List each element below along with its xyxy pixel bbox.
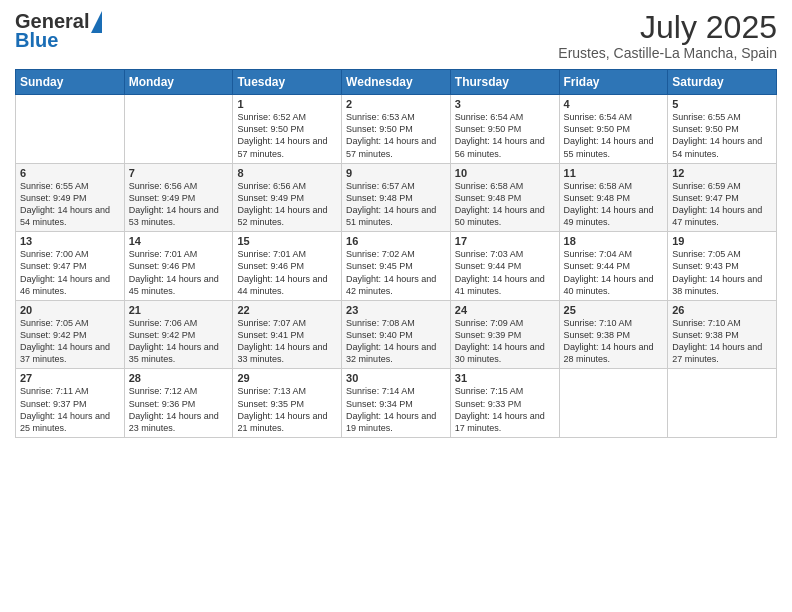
day-info: Sunrise: 7:08 AMSunset: 9:40 PMDaylight:… xyxy=(346,317,446,366)
calendar-cell: 25Sunrise: 7:10 AMSunset: 9:38 PMDayligh… xyxy=(559,300,668,369)
calendar-cell xyxy=(16,95,125,164)
calendar-cell: 15Sunrise: 7:01 AMSunset: 9:46 PMDayligh… xyxy=(233,232,342,301)
day-info: Sunrise: 7:05 AMSunset: 9:42 PMDaylight:… xyxy=(20,317,120,366)
calendar-cell: 28Sunrise: 7:12 AMSunset: 9:36 PMDayligh… xyxy=(124,369,233,438)
day-info: Sunrise: 7:12 AMSunset: 9:36 PMDaylight:… xyxy=(129,385,229,434)
calendar-week-row: 1Sunrise: 6:52 AMSunset: 9:50 PMDaylight… xyxy=(16,95,777,164)
day-number: 28 xyxy=(129,372,229,384)
day-info: Sunrise: 7:02 AMSunset: 9:45 PMDaylight:… xyxy=(346,248,446,297)
day-number: 7 xyxy=(129,167,229,179)
calendar-cell: 2Sunrise: 6:53 AMSunset: 9:50 PMDaylight… xyxy=(342,95,451,164)
calendar-cell: 7Sunrise: 6:56 AMSunset: 9:49 PMDaylight… xyxy=(124,163,233,232)
main-title: July 2025 xyxy=(558,10,777,45)
calendar-cell: 8Sunrise: 6:56 AMSunset: 9:49 PMDaylight… xyxy=(233,163,342,232)
calendar-cell: 5Sunrise: 6:55 AMSunset: 9:50 PMDaylight… xyxy=(668,95,777,164)
day-number: 10 xyxy=(455,167,555,179)
day-info: Sunrise: 7:06 AMSunset: 9:42 PMDaylight:… xyxy=(129,317,229,366)
day-info: Sunrise: 6:59 AMSunset: 9:47 PMDaylight:… xyxy=(672,180,772,229)
day-number: 29 xyxy=(237,372,337,384)
day-info: Sunrise: 6:54 AMSunset: 9:50 PMDaylight:… xyxy=(564,111,664,160)
calendar-cell: 18Sunrise: 7:04 AMSunset: 9:44 PMDayligh… xyxy=(559,232,668,301)
calendar-cell: 30Sunrise: 7:14 AMSunset: 9:34 PMDayligh… xyxy=(342,369,451,438)
day-of-week-header: Friday xyxy=(559,70,668,95)
day-number: 13 xyxy=(20,235,120,247)
day-number: 24 xyxy=(455,304,555,316)
day-info: Sunrise: 6:53 AMSunset: 9:50 PMDaylight:… xyxy=(346,111,446,160)
calendar-cell xyxy=(668,369,777,438)
day-number: 4 xyxy=(564,98,664,110)
calendar-cell: 19Sunrise: 7:05 AMSunset: 9:43 PMDayligh… xyxy=(668,232,777,301)
day-number: 17 xyxy=(455,235,555,247)
calendar-cell: 12Sunrise: 6:59 AMSunset: 9:47 PMDayligh… xyxy=(668,163,777,232)
calendar-week-row: 20Sunrise: 7:05 AMSunset: 9:42 PMDayligh… xyxy=(16,300,777,369)
day-info: Sunrise: 7:01 AMSunset: 9:46 PMDaylight:… xyxy=(237,248,337,297)
day-number: 25 xyxy=(564,304,664,316)
day-info: Sunrise: 7:10 AMSunset: 9:38 PMDaylight:… xyxy=(564,317,664,366)
day-info: Sunrise: 6:55 AMSunset: 9:50 PMDaylight:… xyxy=(672,111,772,160)
day-of-week-header: Monday xyxy=(124,70,233,95)
day-info: Sunrise: 7:07 AMSunset: 9:41 PMDaylight:… xyxy=(237,317,337,366)
day-number: 27 xyxy=(20,372,120,384)
day-info: Sunrise: 7:11 AMSunset: 9:37 PMDaylight:… xyxy=(20,385,120,434)
calendar-cell: 9Sunrise: 6:57 AMSunset: 9:48 PMDaylight… xyxy=(342,163,451,232)
day-info: Sunrise: 7:14 AMSunset: 9:34 PMDaylight:… xyxy=(346,385,446,434)
day-number: 12 xyxy=(672,167,772,179)
day-number: 2 xyxy=(346,98,446,110)
day-info: Sunrise: 6:57 AMSunset: 9:48 PMDaylight:… xyxy=(346,180,446,229)
calendar-cell: 4Sunrise: 6:54 AMSunset: 9:50 PMDaylight… xyxy=(559,95,668,164)
day-info: Sunrise: 7:00 AMSunset: 9:47 PMDaylight:… xyxy=(20,248,120,297)
day-number: 9 xyxy=(346,167,446,179)
logo: General Blue xyxy=(15,10,102,52)
calendar-header-row: SundayMondayTuesdayWednesdayThursdayFrid… xyxy=(16,70,777,95)
day-number: 31 xyxy=(455,372,555,384)
calendar-week-row: 6Sunrise: 6:55 AMSunset: 9:49 PMDaylight… xyxy=(16,163,777,232)
day-info: Sunrise: 7:04 AMSunset: 9:44 PMDaylight:… xyxy=(564,248,664,297)
calendar-cell: 13Sunrise: 7:00 AMSunset: 9:47 PMDayligh… xyxy=(16,232,125,301)
calendar-cell xyxy=(559,369,668,438)
day-info: Sunrise: 7:03 AMSunset: 9:44 PMDaylight:… xyxy=(455,248,555,297)
day-of-week-header: Sunday xyxy=(16,70,125,95)
calendar-cell: 6Sunrise: 6:55 AMSunset: 9:49 PMDaylight… xyxy=(16,163,125,232)
calendar-cell: 11Sunrise: 6:58 AMSunset: 9:48 PMDayligh… xyxy=(559,163,668,232)
day-number: 3 xyxy=(455,98,555,110)
calendar-cell: 10Sunrise: 6:58 AMSunset: 9:48 PMDayligh… xyxy=(450,163,559,232)
day-info: Sunrise: 7:05 AMSunset: 9:43 PMDaylight:… xyxy=(672,248,772,297)
logo-block: General Blue xyxy=(15,10,102,52)
day-number: 16 xyxy=(346,235,446,247)
day-number: 11 xyxy=(564,167,664,179)
day-info: Sunrise: 6:52 AMSunset: 9:50 PMDaylight:… xyxy=(237,111,337,160)
calendar-cell xyxy=(124,95,233,164)
day-info: Sunrise: 7:13 AMSunset: 9:35 PMDaylight:… xyxy=(237,385,337,434)
day-number: 23 xyxy=(346,304,446,316)
calendar-week-row: 27Sunrise: 7:11 AMSunset: 9:37 PMDayligh… xyxy=(16,369,777,438)
calendar-week-row: 13Sunrise: 7:00 AMSunset: 9:47 PMDayligh… xyxy=(16,232,777,301)
day-of-week-header: Saturday xyxy=(668,70,777,95)
day-number: 6 xyxy=(20,167,120,179)
day-number: 1 xyxy=(237,98,337,110)
calendar-cell: 21Sunrise: 7:06 AMSunset: 9:42 PMDayligh… xyxy=(124,300,233,369)
calendar-cell: 26Sunrise: 7:10 AMSunset: 9:38 PMDayligh… xyxy=(668,300,777,369)
day-of-week-header: Wednesday xyxy=(342,70,451,95)
day-of-week-header: Thursday xyxy=(450,70,559,95)
calendar-cell: 17Sunrise: 7:03 AMSunset: 9:44 PMDayligh… xyxy=(450,232,559,301)
day-number: 22 xyxy=(237,304,337,316)
calendar-cell: 31Sunrise: 7:15 AMSunset: 9:33 PMDayligh… xyxy=(450,369,559,438)
calendar-cell: 24Sunrise: 7:09 AMSunset: 9:39 PMDayligh… xyxy=(450,300,559,369)
calendar-cell: 16Sunrise: 7:02 AMSunset: 9:45 PMDayligh… xyxy=(342,232,451,301)
calendar-cell: 3Sunrise: 6:54 AMSunset: 9:50 PMDaylight… xyxy=(450,95,559,164)
subtitle: Erustes, Castille-La Mancha, Spain xyxy=(558,45,777,61)
calendar-cell: 29Sunrise: 7:13 AMSunset: 9:35 PMDayligh… xyxy=(233,369,342,438)
calendar-cell: 20Sunrise: 7:05 AMSunset: 9:42 PMDayligh… xyxy=(16,300,125,369)
calendar-cell: 14Sunrise: 7:01 AMSunset: 9:46 PMDayligh… xyxy=(124,232,233,301)
day-number: 15 xyxy=(237,235,337,247)
day-info: Sunrise: 6:58 AMSunset: 9:48 PMDaylight:… xyxy=(455,180,555,229)
day-info: Sunrise: 6:55 AMSunset: 9:49 PMDaylight:… xyxy=(20,180,120,229)
day-number: 14 xyxy=(129,235,229,247)
day-number: 18 xyxy=(564,235,664,247)
calendar-table: SundayMondayTuesdayWednesdayThursdayFrid… xyxy=(15,69,777,438)
logo-blue: Blue xyxy=(15,29,58,52)
day-of-week-header: Tuesday xyxy=(233,70,342,95)
title-block: July 2025 Erustes, Castille-La Mancha, S… xyxy=(558,10,777,61)
day-info: Sunrise: 7:10 AMSunset: 9:38 PMDaylight:… xyxy=(672,317,772,366)
day-number: 20 xyxy=(20,304,120,316)
